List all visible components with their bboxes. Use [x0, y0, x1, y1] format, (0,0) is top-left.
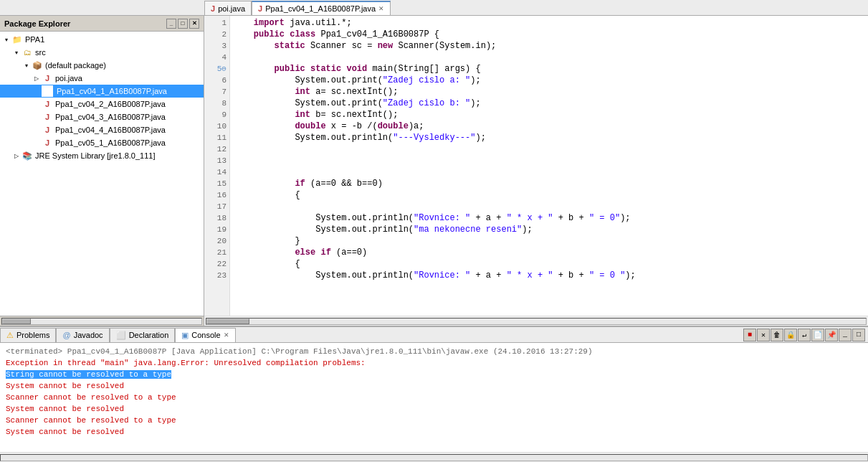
tree-label-ppa1cv041: Ppa1_cv04_1_A16B0087P.java [57, 87, 167, 95]
tab-problems-label: Problems [16, 331, 49, 339]
console-open-file-btn[interactable]: 📄 [811, 329, 824, 341]
code-line-1: import java.util.*; [233, 17, 865, 29]
tree-item-src[interactable]: ▾ 🗂 src [0, 46, 204, 59]
tab-poi-label: poi.java [218, 4, 245, 13]
tab-ppa1-icon: J [258, 4, 262, 13]
tree-label-ppa1cv042: Ppa1_cv04_2_A16B0087P.java [55, 100, 166, 108]
code-line-9: int b= sc.nextInt(); [233, 109, 865, 121]
tree-item-poi[interactable]: ▷ J poi.java [0, 72, 204, 85]
panel-maximize-btn[interactable]: □ [178, 19, 188, 29]
code-line-6: System.out.print("Zadej cislo a: "); [233, 75, 865, 86]
bottom-tab-bar: ⚠ Problems @ Javadoc ⬜ Declaration ▣ Con… [0, 327, 868, 343]
lib-icon: 📚 [22, 150, 33, 161]
console-error-1: Exception in thread "main" java.lang.Err… [6, 357, 862, 369]
java-icon-poi: J [42, 72, 53, 84]
code-line-4 [233, 52, 865, 63]
console-minimize-btn[interactable]: _ [839, 329, 852, 341]
arrow-ppa1: ▾ [3, 36, 10, 43]
panel-close-btn[interactable]: ✕ [189, 19, 199, 29]
tree-label-default-package: (default package) [45, 61, 106, 70]
console-error-6: Scanner cannot be resolved to a type [6, 415, 862, 426]
code-line-18: System.out.println("Rovnice: " + a + " *… [233, 212, 865, 224]
tree-item-ppa1cv051[interactable]: J Ppa1_cv05_1_A16B0087P.java [0, 136, 204, 149]
tree-item-default-package[interactable]: ▾ 📦 (default package) [0, 59, 204, 72]
console-clear-btn[interactable]: 🗑 [771, 329, 783, 341]
code-line-15: if (a==0 && b==0) [233, 178, 865, 189]
tab-ppa1-close[interactable]: ✕ [378, 5, 384, 12]
panel-title: Package Explorer [4, 19, 70, 28]
editor-tab-bar: J poi.java J Ppa1_cv04_1_A16B0087P.java … [0, 0, 868, 16]
tab-console[interactable]: ▣ Console ✕ [175, 328, 235, 342]
console-maximize-btn[interactable]: □ [852, 329, 865, 341]
console-scroll-lock-btn[interactable]: 🔒 [784, 329, 797, 341]
tab-declaration-label: Declaration [129, 331, 169, 339]
code-line-5: public static void main(String[] args) { [233, 63, 865, 75]
tree-item-ppa1cv044[interactable]: J Ppa1_cv04_4_A16B0087P.java [0, 123, 204, 136]
console-action-buttons: ■ ✕ 🗑 🔒 ↵ 📄 📌 _ □ [740, 329, 868, 341]
tab-ppa1[interactable]: J Ppa1_cv04_1_A16B0087P.java ✕ [252, 1, 391, 15]
content-area: Package Explorer _ □ ✕ ▾ 📁 PPA1 ▾ 🗂 [0, 16, 868, 326]
code-line-12 [233, 143, 865, 155]
console-error-4: Scanner cannot be resolved to a type [6, 392, 862, 403]
tree-item-jre[interactable]: ▷ 📚 JRE System Library [jre1.8.0_111] [0, 149, 204, 162]
code-line-22: { [233, 258, 865, 270]
code-line-8: System.out.print("Zadej cislo b: "); [233, 98, 865, 109]
bottom-horizontal-scrollbar[interactable] [0, 452, 868, 462]
console-error-7: System cannot be resolved [6, 426, 862, 438]
package-explorer: Package Explorer _ □ ✕ ▾ 📁 PPA1 ▾ 🗂 [0, 16, 204, 326]
panel-minimize-btn[interactable]: _ [166, 19, 176, 29]
arrow-jre: ▷ [13, 152, 20, 159]
console-selected-text: String cannot be resolved to a type [6, 370, 171, 379]
code-line-10: double x = -b /(double)a; [233, 121, 865, 132]
tree-label-ppa1cv043: Ppa1_cv04_3_A16B0087P.java [55, 113, 166, 121]
code-line-23: System.out.println("Rovnice: " + a + " *… [233, 270, 865, 281]
code-content[interactable]: 1 2 3 4 5⊖ 6 7 8 9 10 11 12 13 14 15 16 [204, 16, 868, 316]
scroll-track[interactable] [1, 318, 202, 325]
java-icon-ppa1cv041: J [42, 85, 53, 97]
tree-label-src: src [35, 48, 46, 57]
tab-console-close[interactable]: ✕ [224, 331, 229, 339]
java-icon-ppa1cv043: J [42, 111, 53, 123]
tree-item-ppa1[interactable]: ▾ 📁 PPA1 [0, 33, 204, 46]
console-terminated-line: <terminated> Ppa1_cv04_1_A16B0087P [Java… [6, 346, 862, 357]
code-line-20: } [233, 235, 865, 247]
panel-header: Package Explorer _ □ ✕ [0, 16, 204, 32]
code-line-11: System.out.println("---Vysledky---"); [233, 132, 865, 143]
console-pin-btn[interactable]: 📌 [825, 329, 838, 341]
arrow-poi: ▷ [33, 75, 40, 82]
code-line-3: static Scanner sc = new Scanner(System.i… [233, 40, 865, 52]
scroll-thumb[interactable] [2, 319, 31, 324]
tree-label-ppa1: PPA1 [25, 35, 44, 44]
tab-problems[interactable]: ⚠ Problems [0, 328, 56, 342]
arrow-ppa1cv043 [33, 113, 40, 121]
code-line-13 [233, 155, 865, 166]
console-output[interactable]: <terminated> Ppa1_cv04_1_A16B0087P [Java… [0, 343, 868, 452]
javadoc-icon: @ [62, 331, 70, 339]
editor-horizontal-scrollbar[interactable] [204, 316, 868, 326]
code-line-19: System.out.println("ma nekonecne reseni"… [233, 224, 865, 235]
arrow-ppa1cv042 [33, 100, 40, 108]
src-icon: 🗂 [22, 47, 33, 58]
console-error-2: String cannot be resolved to a type [6, 369, 862, 380]
panel-header-buttons: _ □ ✕ [166, 19, 199, 29]
tab-poi[interactable]: J poi.java [204, 1, 252, 15]
console-remove-btn[interactable]: ✕ [757, 329, 770, 341]
tree-item-ppa1cv041[interactable]: J Ppa1_cv04_1_A16B0087P.java [0, 85, 204, 98]
console-icon: ▣ [181, 331, 189, 340]
code-line-2: public class Ppa1_cv04_1_A16B0087P { [233, 29, 865, 40]
console-word-wrap-btn[interactable]: ↵ [798, 329, 811, 341]
explorer-scrollbar[interactable] [0, 316, 204, 326]
problems-icon: ⚠ [6, 331, 14, 340]
tab-poi-icon: J [211, 4, 215, 13]
console-error-5: System cannot be resolved [6, 403, 862, 415]
java-icon-ppa1cv051: J [42, 137, 53, 148]
code-lines[interactable]: import java.util.*; public class Ppa1_cv… [230, 16, 868, 316]
tree-label-ppa1cv044: Ppa1_cv04_4_A16B0087P.java [55, 126, 166, 134]
tree-item-ppa1cv043[interactable]: J Ppa1_cv04_3_A16B0087P.java [0, 110, 204, 123]
tree-item-ppa1cv042[interactable]: J Ppa1_cv04_2_A16B0087P.java [0, 98, 204, 110]
tree-view[interactable]: ▾ 📁 PPA1 ▾ 🗂 src ▾ 📦 (default package) [0, 32, 204, 316]
tab-declaration[interactable]: ⬜ Declaration [110, 328, 176, 342]
tab-javadoc[interactable]: @ Javadoc [56, 328, 109, 342]
console-stop-btn[interactable]: ■ [743, 329, 756, 341]
project-icon: 📁 [11, 34, 23, 45]
